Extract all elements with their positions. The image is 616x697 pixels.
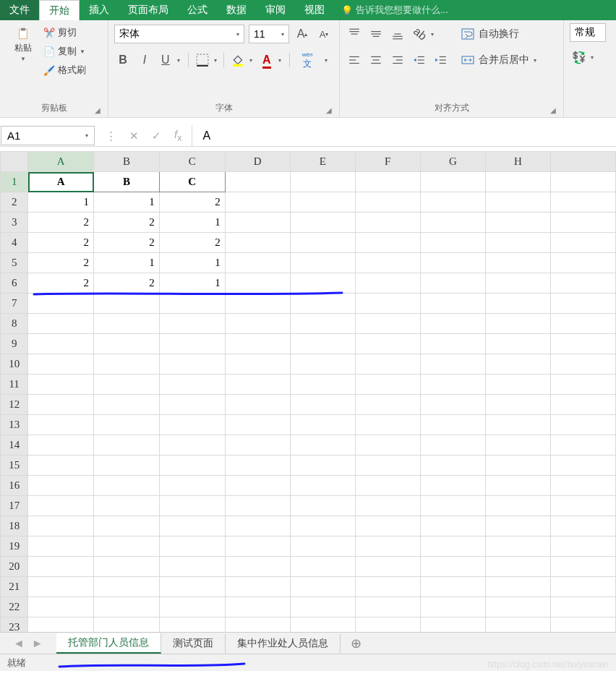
- cell-B16[interactable]: [94, 476, 160, 496]
- row-header-10[interactable]: 10: [1, 354, 28, 375]
- cell-A15[interactable]: [28, 456, 94, 476]
- fx-icon[interactable]: fx: [174, 128, 181, 143]
- cell-D21[interactable]: [225, 577, 290, 597]
- cell-extra-7[interactable]: [550, 294, 615, 314]
- row-header-12[interactable]: 12: [1, 395, 28, 415]
- row-header-15[interactable]: 15: [1, 456, 28, 476]
- row-header-19[interactable]: 19: [1, 536, 28, 557]
- row-header-5[interactable]: 5: [1, 253, 28, 273]
- cell-D16[interactable]: [225, 476, 290, 496]
- cell-C18[interactable]: [159, 516, 225, 536]
- cell-G12[interactable]: [420, 395, 485, 415]
- cell-A20[interactable]: [28, 557, 94, 577]
- tab-data[interactable]: 数据: [217, 0, 256, 20]
- cell-extra-6[interactable]: [550, 273, 615, 294]
- cell-F22[interactable]: [355, 597, 420, 617]
- sheet-tab-3[interactable]: 集中作业处人员信息: [226, 634, 341, 653]
- phonetic-dropdown[interactable]: ▾: [325, 57, 328, 64]
- cell-extra-14[interactable]: [550, 435, 615, 456]
- increase-indent-button[interactable]: [432, 51, 450, 69]
- cell-H13[interactable]: [485, 415, 550, 435]
- cell-A2[interactable]: 1: [28, 192, 94, 213]
- cell-A11[interactable]: [28, 375, 94, 395]
- cell-E16[interactable]: [290, 476, 355, 496]
- cell-C14[interactable]: [159, 435, 225, 456]
- sheet-next-icon[interactable]: ►: [32, 637, 43, 650]
- cell-D10[interactable]: [225, 354, 290, 375]
- cell-C13[interactable]: [159, 415, 225, 435]
- align-top-button[interactable]: [346, 25, 363, 43]
- cell-B11[interactable]: [94, 375, 160, 395]
- cell-D18[interactable]: [225, 516, 290, 536]
- cell-G22[interactable]: [420, 597, 485, 617]
- cell-F9[interactable]: [355, 334, 420, 354]
- cell-B14[interactable]: [94, 435, 160, 456]
- cell-C16[interactable]: [159, 476, 225, 496]
- bold-button[interactable]: B: [114, 51, 132, 69]
- cell-E14[interactable]: [290, 435, 355, 456]
- cell-C17[interactable]: [159, 496, 225, 516]
- cell-F2[interactable]: [355, 192, 420, 213]
- cell-E13[interactable]: [290, 415, 355, 435]
- cell-G10[interactable]: [420, 354, 485, 375]
- cell-B21[interactable]: [94, 577, 160, 597]
- tell-me-search[interactable]: 💡 告诉我您想要做什么...: [341, 0, 448, 20]
- cell-F18[interactable]: [355, 516, 420, 536]
- cell-A8[interactable]: [28, 314, 94, 334]
- cell-H10[interactable]: [485, 354, 550, 375]
- cell-D12[interactable]: [225, 395, 290, 415]
- cell-extra-12[interactable]: [550, 395, 615, 415]
- cell-F7[interactable]: [355, 294, 420, 314]
- clipboard-dialog-launcher[interactable]: ◢: [93, 106, 102, 114]
- cell-extra-23[interactable]: [550, 617, 615, 633]
- cell-B8[interactable]: [94, 314, 160, 334]
- increase-font-button[interactable]: A▴: [294, 25, 311, 43]
- cell-extra-8[interactable]: [550, 314, 615, 334]
- col-header-F[interactable]: F: [355, 152, 420, 172]
- number-format-select[interactable]: 常规: [570, 23, 606, 42]
- cell-B1[interactable]: B: [94, 172, 160, 192]
- cell-F10[interactable]: [355, 354, 420, 375]
- row-header-7[interactable]: 7: [1, 294, 28, 314]
- cell-G9[interactable]: [420, 334, 485, 354]
- cell-B3[interactable]: 2: [94, 213, 160, 233]
- orientation-button[interactable]: ab▾: [411, 25, 437, 43]
- cell-C19[interactable]: [159, 536, 225, 557]
- cell-extra-19[interactable]: [550, 536, 615, 557]
- row-header-8[interactable]: 8: [1, 314, 28, 334]
- cell-A5[interactable]: 2: [28, 253, 94, 273]
- cell-C12[interactable]: [159, 395, 225, 415]
- cell-C4[interactable]: 2: [159, 233, 225, 253]
- cell-C22[interactable]: [159, 597, 225, 617]
- cancel-icon[interactable]: ✕: [129, 129, 139, 142]
- cell-H3[interactable]: [485, 213, 550, 233]
- row-header-21[interactable]: 21: [1, 577, 28, 597]
- cell-F1[interactable]: [355, 172, 420, 192]
- cell-F11[interactable]: [355, 375, 420, 395]
- cell-A4[interactable]: 2: [28, 233, 94, 253]
- row-header-4[interactable]: 4: [1, 233, 28, 253]
- cell-C20[interactable]: [159, 557, 225, 577]
- cell-E19[interactable]: [290, 536, 355, 557]
- cell-F3[interactable]: [355, 213, 420, 233]
- select-all-corner[interactable]: [1, 152, 28, 172]
- cell-H17[interactable]: [485, 496, 550, 516]
- row-header-1[interactable]: 1: [1, 172, 28, 192]
- cell-E17[interactable]: [290, 496, 355, 516]
- cell-C8[interactable]: [159, 314, 225, 334]
- cell-E5[interactable]: [290, 253, 355, 273]
- cell-A1[interactable]: A: [28, 172, 94, 192]
- col-header-A[interactable]: A: [28, 152, 94, 172]
- cell-C23[interactable]: [159, 617, 225, 633]
- tab-insert[interactable]: 插入: [80, 0, 119, 20]
- cut-button[interactable]: ✂️ 剪切: [40, 23, 89, 42]
- align-bottom-button[interactable]: [389, 25, 406, 43]
- cell-F17[interactable]: [355, 496, 420, 516]
- cell-A16[interactable]: [28, 476, 94, 496]
- col-header-C[interactable]: C: [159, 152, 225, 172]
- cell-A13[interactable]: [28, 415, 94, 435]
- cell-D15[interactable]: [225, 456, 290, 476]
- cell-H11[interactable]: [485, 375, 550, 395]
- col-header-extra[interactable]: [550, 152, 615, 172]
- cell-H14[interactable]: [485, 435, 550, 456]
